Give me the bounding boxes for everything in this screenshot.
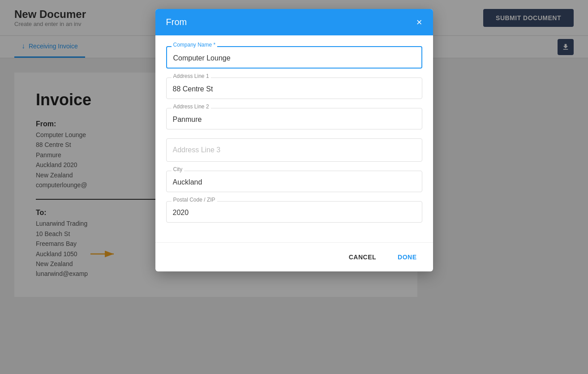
address3-input[interactable] xyxy=(166,138,422,162)
address2-label: Address Line 2 xyxy=(172,103,211,110)
address2-input[interactable] xyxy=(166,108,422,129)
postal-label: Postal Code / ZIP xyxy=(172,197,217,203)
modal-body: Company Name * Address Line 1 Address Li… xyxy=(155,35,433,242)
company-name-field: Company Name * xyxy=(166,46,422,69)
modal-close-button[interactable]: × xyxy=(416,17,422,27)
from-modal: From × Company Name * Address Line 1 Add… xyxy=(155,9,433,271)
address2-field: Address Line 2 xyxy=(166,108,422,129)
address1-input[interactable] xyxy=(166,77,422,99)
cancel-button[interactable]: CANCEL xyxy=(343,250,382,264)
city-input[interactable] xyxy=(166,171,422,192)
modal-header: From × xyxy=(155,9,433,35)
company-name-input[interactable] xyxy=(166,46,422,69)
company-name-label: Company Name * xyxy=(172,42,218,48)
address1-label: Address Line 1 xyxy=(172,73,211,79)
modal-footer: CANCEL DONE xyxy=(155,242,433,271)
address3-field xyxy=(166,138,422,162)
modal-title: From xyxy=(166,17,187,27)
modal-overlay: From × Company Name * Address Line 1 Add… xyxy=(0,0,588,374)
city-label: City xyxy=(172,166,185,172)
postal-input[interactable] xyxy=(166,201,422,223)
address1-field: Address Line 1 xyxy=(166,77,422,99)
done-button[interactable]: DONE xyxy=(392,250,422,264)
city-field: City xyxy=(166,171,422,192)
postal-field: Postal Code / ZIP xyxy=(166,201,422,223)
